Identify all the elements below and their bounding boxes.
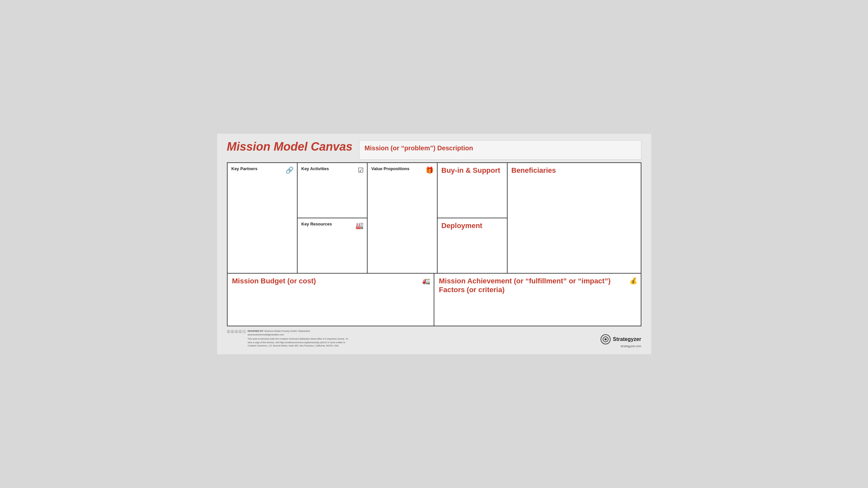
key-resources-label: Key Resources	[302, 222, 363, 226]
mission-achievement-label: Mission Achievement (or “fulfillment” or…	[439, 277, 636, 294]
mission-budget-icon: 🚛	[422, 277, 430, 285]
main-title: Mission Model Canvas	[227, 140, 352, 153]
deployment-label: Deployment	[441, 222, 503, 230]
cc-icon-4: Ⓒ	[239, 330, 242, 334]
key-activities-label: Key Activities	[302, 166, 363, 171]
key-resources-cell: Key Resources 🏭	[298, 218, 367, 273]
footer-website: www.businessmodelgeneration.com	[248, 333, 352, 337]
beneficiaries-cell: Beneficiaries	[507, 163, 641, 273]
key-partners-icon: 🔗	[285, 166, 294, 174]
value-propositions-cell: Value Propositions 🎁	[368, 163, 438, 273]
cc-icon-1: Ⓒ	[227, 330, 230, 334]
key-partners-label: Key Partners	[231, 166, 293, 171]
buyin-support-cell: Buy-in & Support	[438, 163, 507, 218]
mission-description-text: Mission (or “problem”) Description	[365, 144, 636, 152]
canvas: Key Partners 🔗 Key Activities ☑ Key Reso…	[227, 162, 641, 326]
cc-icons: Ⓒ Ⓒ Ⓒ Ⓒ Ⓘ	[227, 330, 246, 334]
value-propositions-label: Value Propositions	[371, 166, 433, 171]
cc-icon-2: Ⓒ	[231, 330, 234, 334]
deployment-cell: Deployment	[438, 218, 507, 273]
cc-icon-5: Ⓘ	[243, 330, 246, 334]
key-activities-cell: Key Activities ☑	[298, 163, 367, 218]
footer-license: This work is licensed under the Creative…	[248, 337, 352, 348]
key-activities-resources-column: Key Activities ☑ Key Resources 🏭	[298, 163, 368, 273]
key-resources-icon: 🏭	[355, 222, 364, 229]
brand-row: Strategyzer	[600, 334, 641, 345]
mission-budget-cell: Mission Budget (or cost) 🚛	[227, 273, 435, 326]
brand-sub: strategyzer.com	[621, 345, 641, 348]
designed-by-value: Business Model Foundry GmbH, Switzerland	[265, 330, 310, 332]
key-partners-cell: Key Partners 🔗	[227, 163, 298, 273]
footer-right-area: Strategyzer strategyzer.com	[600, 334, 641, 348]
buyin-support-label: Buy-in & Support	[441, 166, 503, 175]
strategyzer-logo-icon	[600, 334, 611, 345]
mission-description-box: Mission (or “problem”) Description	[359, 140, 641, 160]
mission-achievement-icon: 💰	[629, 277, 638, 285]
page-wrapper: Mission Model Canvas Mission (or “proble…	[217, 134, 651, 354]
value-propositions-icon: 🎁	[426, 166, 434, 174]
bottom-section: Mission Budget (or cost) 🚛 Mission Achie…	[227, 273, 641, 326]
buyin-deployment-column: Buy-in & Support Deployment	[438, 163, 507, 273]
mission-achievement-cell: Mission Achievement (or “fulfillment” or…	[434, 273, 641, 326]
header-area: Mission Model Canvas Mission (or “proble…	[227, 140, 641, 160]
svg-point-2	[604, 338, 607, 340]
footer-left-area: Ⓒ Ⓒ Ⓒ Ⓒ Ⓘ DESIGNED BY: Business Model Fo…	[227, 330, 352, 348]
beneficiaries-label: Beneficiaries	[512, 166, 637, 175]
brand-name: Strategyzer	[613, 336, 641, 342]
mission-budget-label: Mission Budget (or cost)	[232, 277, 429, 285]
footer: Ⓒ Ⓒ Ⓒ Ⓒ Ⓘ DESIGNED BY: Business Model Fo…	[227, 330, 641, 348]
key-activities-icon: ☑	[358, 166, 364, 174]
designed-by-label: DESIGNED BY:	[248, 330, 264, 332]
main-section: Key Partners 🔗 Key Activities ☑ Key Reso…	[227, 163, 641, 273]
cc-icon-3: Ⓒ	[235, 330, 238, 334]
footer-text: DESIGNED BY: Business Model Foundry GmbH…	[248, 330, 352, 348]
